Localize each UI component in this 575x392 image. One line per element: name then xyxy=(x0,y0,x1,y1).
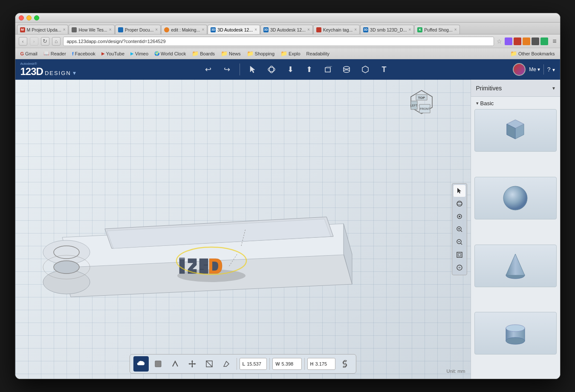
tab-123d-active[interactable]: 3D 3D Autodesk 12... × xyxy=(208,25,260,34)
primitive-cone[interactable] xyxy=(474,245,557,287)
select-tool-button[interactable] xyxy=(454,185,465,197)
tab-close-icon[interactable]: × xyxy=(202,27,204,32)
forward-button[interactable]: › xyxy=(30,37,38,46)
extension-icon-4[interactable] xyxy=(532,37,539,45)
help-dropdown-icon: ▾ xyxy=(552,67,555,73)
edge-icon xyxy=(170,360,179,368)
export-tool[interactable]: ⬆ xyxy=(301,62,317,77)
tab-close-icon[interactable]: × xyxy=(109,27,112,32)
tab-close-icon[interactable]: × xyxy=(254,27,257,32)
right-panel: Primitives ▾ ▾ Basic xyxy=(471,80,560,379)
bookmark-gmail[interactable]: G Gmail xyxy=(18,50,40,57)
zoom-in-button[interactable] xyxy=(454,223,465,235)
solid-view-button[interactable] xyxy=(150,356,165,372)
select-tool[interactable] xyxy=(245,62,260,77)
select-cursor-icon xyxy=(456,187,463,194)
bookmark-youtube[interactable]: ▶ YouTube xyxy=(99,50,127,57)
bookmark-other[interactable]: 📁 Other Bookmarks xyxy=(508,49,558,58)
svg-marker-50 xyxy=(191,366,193,368)
cloud-button[interactable] xyxy=(133,356,148,372)
svg-text:FRONT: FRONT xyxy=(419,107,430,110)
h-dimension-input[interactable]: H 3.175 xyxy=(307,358,335,370)
orbit-button[interactable] xyxy=(454,198,465,210)
panel-dropdown-icon[interactable]: ▾ xyxy=(552,85,555,91)
bookmark-boards[interactable]: 📁 Boards xyxy=(189,49,217,58)
primitive-cube[interactable] xyxy=(474,109,557,152)
box-tool[interactable] xyxy=(320,62,335,77)
logo-dropdown-icon[interactable]: ▾ xyxy=(73,69,76,76)
svg-line-54 xyxy=(206,361,212,367)
tab-close-icon[interactable]: × xyxy=(354,27,357,32)
w-dimension-input[interactable]: W 5.398 xyxy=(272,358,301,370)
redo-button[interactable]: ↪ xyxy=(219,62,234,77)
back-button[interactable]: ‹ xyxy=(19,37,27,46)
extension-icon-1[interactable] xyxy=(505,37,512,45)
reload-button[interactable]: ↻ xyxy=(41,37,49,46)
tab-howwetes[interactable]: How We Tes... × xyxy=(69,25,114,34)
user-menu-button[interactable]: Me ▾ xyxy=(529,66,540,72)
tab-123d-2[interactable]: 3D 3D Autodesk 12... × xyxy=(260,25,313,34)
extension-icon-2[interactable] xyxy=(514,37,521,45)
home-button[interactable]: ⌂ xyxy=(52,37,61,46)
tab-edit[interactable]: edit : Making... × xyxy=(161,25,207,34)
hex-tool[interactable] xyxy=(358,62,373,77)
close-button[interactable] xyxy=(19,15,24,20)
smart-scale-button[interactable] xyxy=(218,356,234,372)
bookmark-explo[interactable]: 📁 Explo xyxy=(278,49,303,58)
text-tool[interactable]: T xyxy=(376,62,392,77)
user-avatar xyxy=(513,63,526,76)
svg-point-64 xyxy=(506,325,525,331)
bookmark-readability[interactable]: Readability xyxy=(304,50,332,57)
fit-button[interactable] xyxy=(454,249,465,261)
tab-keychain[interactable]: Keychain tag... × xyxy=(313,25,360,34)
3d-viewport[interactable]: TOP LEFT FRONT xyxy=(15,80,471,379)
browser-menu-button[interactable]: ≡ xyxy=(552,37,556,45)
view-cube[interactable]: TOP LEFT FRONT xyxy=(407,88,436,118)
svg-line-39 xyxy=(461,231,462,232)
box-icon xyxy=(324,65,332,74)
tab-proper[interactable]: Proper Docu... × xyxy=(115,25,161,34)
tab-close-icon[interactable]: × xyxy=(63,27,66,32)
svg-text:TOP: TOP xyxy=(418,96,425,100)
move-button[interactable] xyxy=(184,356,199,372)
pan-button[interactable] xyxy=(454,210,465,222)
tab-close-icon[interactable]: × xyxy=(155,27,158,32)
url-input[interactable]: apps.123dapp.com/design/?contentid=12645… xyxy=(63,37,494,46)
cylinder-tool[interactable] xyxy=(339,62,354,77)
fit-icon xyxy=(456,251,463,258)
l-dimension-input[interactable]: L 15.537 xyxy=(239,358,267,370)
bookmark-news[interactable]: 📁 News xyxy=(218,49,243,58)
lock-proportions-button[interactable] xyxy=(337,356,353,372)
import-tool[interactable]: ⬇ xyxy=(283,62,298,77)
header-divider xyxy=(543,64,544,75)
bookmark-vimeo[interactable]: ▶ Vimeo xyxy=(128,50,151,57)
tab-close-icon[interactable]: × xyxy=(307,27,310,32)
tab-gmail[interactable]: M M Project Upda... × xyxy=(17,25,69,34)
zoom-out-icon xyxy=(456,239,463,245)
bookmark-worldclock[interactable]: 🌍 World Clock xyxy=(152,50,188,57)
tab-puffed[interactable]: K Puffed Shog... × xyxy=(414,25,459,34)
help-button[interactable]: ? ▾ xyxy=(547,66,555,73)
bookmark-reader[interactable]: 📖 Reader xyxy=(41,50,69,57)
bookmark-facebook[interactable]: f Facebook xyxy=(69,50,98,57)
minimize-button[interactable] xyxy=(26,15,32,20)
main-area: TOP LEFT FRONT xyxy=(15,80,560,379)
extension-icon-5[interactable] xyxy=(540,37,548,45)
bookmark-star-icon[interactable]: ☆ xyxy=(497,38,502,45)
extension-icon-3[interactable] xyxy=(523,37,530,45)
svg-point-17 xyxy=(54,261,79,274)
primitive-sphere[interactable] xyxy=(474,177,557,219)
maximize-button[interactable] xyxy=(34,15,39,20)
bookmark-shopping[interactable]: 📁 Shopping xyxy=(244,49,277,58)
tab-close-icon[interactable]: × xyxy=(454,27,457,32)
home-view-button[interactable] xyxy=(454,262,465,274)
scale-button[interactable] xyxy=(201,356,217,372)
zoom-out-button[interactable] xyxy=(454,236,465,248)
primitive-cylinder[interactable] xyxy=(474,312,557,355)
basic-section-header[interactable]: ▾ Basic xyxy=(471,97,560,109)
tab-close-icon[interactable]: × xyxy=(408,27,411,32)
tab-smb[interactable]: 3D 3D smb 123D_D... × xyxy=(360,25,414,34)
orbit-tool[interactable] xyxy=(264,62,279,77)
undo-button[interactable]: ↩ xyxy=(200,62,216,77)
edge-tool-button[interactable] xyxy=(167,356,182,372)
